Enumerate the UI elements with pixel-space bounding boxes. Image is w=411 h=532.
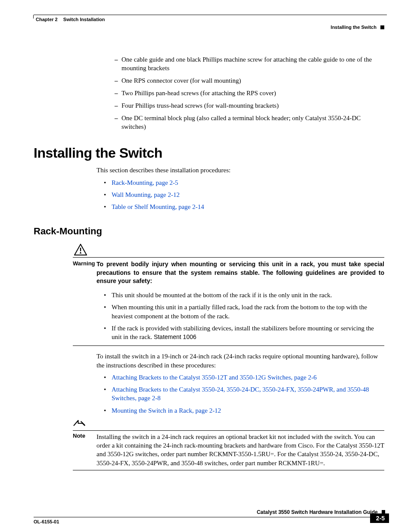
list-item: Attaching Brackets to the Catalyst 3550-… [104,373,385,382]
install-links-list: Attaching Brackets to the Catalyst 3550-… [104,373,385,415]
link-table-mounting[interactable]: Table or Shelf Mounting, page 2-14 [112,203,204,210]
footer-marker-icon [382,510,385,513]
warning-block: Warning To prevent bodily injury when mo… [73,244,384,346]
list-item: Rack-Mounting, page 2-5 [104,178,385,187]
bullet-text: If the rack is provided with stabilizing… [112,325,374,340]
section-header: Installing the Switch [34,25,384,30]
link-rack-mounting[interactable]: Rack-Mounting, page 2-5 [112,179,178,186]
list-item: One DC terminal block plug (also called … [115,114,385,131]
list-item: Attaching Brackets to the Catalyst 3550-… [104,385,385,403]
note-icon [73,418,86,427]
chapter-number: Chapter 2 [36,17,58,22]
accessory-list: One cable guide and one black Phillips m… [115,56,385,131]
section-title: Installing the Switch [331,25,377,30]
list-item: Mounting the Switch in a Rack, page 2-12 [104,406,385,415]
list-item: One RPS connector cover (for wall mounti… [115,77,385,85]
intro-text: This section describes these installatio… [97,166,384,175]
list-item: Two Phillips pan-head screws (for attach… [115,89,385,98]
list-item: When mounting this unit in a partially f… [104,303,384,320]
footer-doc-number: OL-6155-01 [34,519,59,524]
chapter-title: Switch Installation [63,17,105,22]
svg-marker-2 [80,252,81,254]
warning-icon [74,244,87,255]
list-item: One cable guide and one black Phillips m… [115,56,385,73]
page-footer: Catalyst 3550 Switch Hardware Installati… [34,509,385,517]
list-item: If the rack is provided with stabilizing… [104,324,384,342]
page-title: Installing the Switch [34,145,385,161]
statement-ref: Statement 1006 [154,333,196,340]
link-attach-brackets-12[interactable]: Attaching Brackets to the Catalyst 3550-… [112,374,317,381]
link-mounting-rack[interactable]: Mounting the Switch in a Rack, page 2-12 [112,407,221,414]
install-paragraph: To install the switch in a 19-inch or 24… [97,352,384,370]
chapter-header: Chapter 2 Switch Installation [36,17,385,22]
list-item: Wall Mounting, page 2-12 [104,190,385,199]
warning-label: Warning [73,260,97,267]
subsection-title: Rack-Mounting [34,226,385,237]
note-label: Note [73,432,97,439]
link-attach-brackets-24[interactable]: Attaching Brackets to the Catalyst 3550-… [112,386,369,401]
warning-text: To prevent bodily injury when mounting o… [97,260,384,286]
link-wall-mounting[interactable]: Wall Mounting, page 2-12 [112,191,180,198]
procedure-links-list: Rack-Mounting, page 2-5 Wall Mounting, p… [104,178,385,212]
note-block: Note Installing the switch in a 24-inch … [73,418,384,470]
list-item: This unit should be mounted at the botto… [104,291,384,299]
list-item: Four Phillips truss-head screws (for wal… [115,102,385,110]
footer-guide-title: Catalyst 3550 Switch Hardware Installati… [257,509,378,515]
list-item: Table or Shelf Mounting, page 2-14 [104,202,385,211]
page-number-badge: 2-5 [370,513,389,523]
warning-guidelines-list: This unit should be mounted at the botto… [104,291,384,341]
header-marker-icon [380,25,384,29]
note-text: Installing the switch in a 24-inch rack … [97,432,384,467]
